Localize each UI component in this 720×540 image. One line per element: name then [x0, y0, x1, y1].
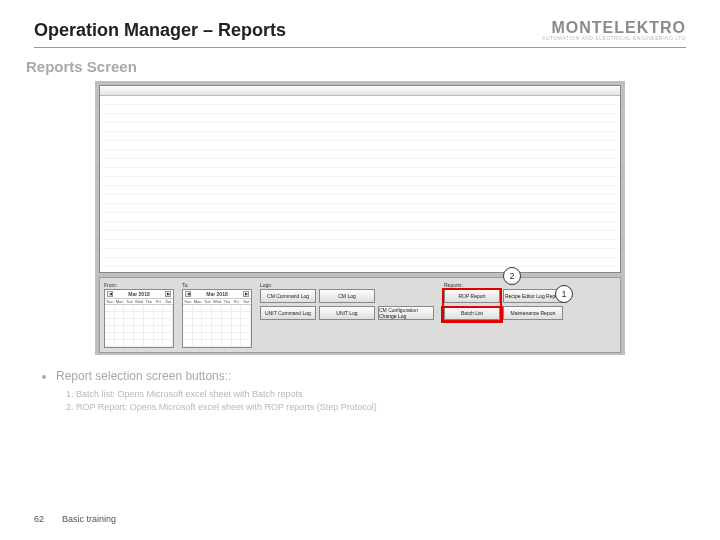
note-item: Batch list: Opens Microsoft excel sheet … — [76, 389, 680, 399]
cal-day-head: Sat — [163, 299, 173, 304]
cal-day-head: Tue — [124, 299, 134, 304]
batch-list-button[interactable]: Batch List — [444, 306, 500, 320]
rop-report-button[interactable]: ROP Report — [444, 289, 500, 303]
to-cal-grid[interactable] — [183, 305, 251, 347]
cal-day-head: Mon — [115, 299, 125, 304]
cal-day-head: Sat — [241, 299, 251, 304]
cal-day-head: Thu — [144, 299, 154, 304]
from-calendar[interactable]: ◀ Mar 2018 ▶ Sun Mon Tue Wed Thu Fri Sat — [104, 289, 174, 348]
cal-day-head: Sun — [183, 299, 193, 304]
notes-section: Report selection screen buttons:: Batch … — [0, 355, 720, 412]
cm-log-button[interactable]: CM Log — [319, 289, 375, 303]
to-cal-title: Mar 2018 — [206, 291, 227, 297]
maintenance-report-button[interactable]: Maintenance Report — [503, 306, 563, 320]
cal-day-head: Thu — [222, 299, 232, 304]
callout-1: 1 — [555, 285, 573, 303]
page-title: Operation Manager – Reports — [34, 20, 286, 41]
unit-command-log-button[interactable]: UNIT Command Log — [260, 306, 316, 320]
logs-label: Logs: — [260, 282, 440, 288]
report-list-area — [99, 85, 621, 273]
slide-footer: 62 Basic training — [34, 514, 116, 524]
company-logo: MONTELEKTRO AUTOMATION AND ELECTRICAL EN… — [542, 20, 686, 41]
cal-day-head: Fri — [232, 299, 242, 304]
section-subtitle: Reports Screen — [0, 48, 720, 81]
cal-day-head: Fri — [154, 299, 164, 304]
cal-day-head: Sun — [105, 299, 115, 304]
cal-prev-icon[interactable]: ◀ — [185, 291, 191, 297]
reports-label: Reports: — [444, 282, 616, 288]
list-body — [100, 96, 620, 272]
logo-main-text: MONTELEKTRO — [542, 20, 686, 36]
page-number: 62 — [34, 514, 44, 524]
note-item: ROP Report: Opens Microsoft excel sheet … — [76, 402, 680, 412]
logo-sub-text: AUTOMATION AND ELECTRICAL ENGINEERING LT… — [542, 36, 686, 41]
control-panel: From: ◀ Mar 2018 ▶ Sun Mon Tue Wed Thu — [99, 277, 621, 353]
from-cal-grid[interactable] — [105, 305, 173, 347]
list-header-bar — [100, 86, 620, 96]
cm-command-log-button[interactable]: CM Command Log — [260, 289, 316, 303]
cal-day-head: Tue — [202, 299, 212, 304]
cm-config-change-log-button[interactable]: CM Configuration Change Log — [378, 306, 434, 320]
from-cal-title: Mar 2018 — [128, 291, 149, 297]
cal-day-head: Wed — [134, 299, 144, 304]
notes-heading: Report selection screen buttons:: — [56, 369, 680, 383]
unit-log-button[interactable]: UNIT Log — [319, 306, 375, 320]
cal-day-head: Mon — [193, 299, 203, 304]
cal-day-head: Wed — [212, 299, 222, 304]
callout-2: 2 — [503, 267, 521, 285]
to-calendar[interactable]: ◀ Mar 2018 ▶ Sun Mon Tue Wed Thu Fri Sat — [182, 289, 252, 348]
from-label: From: — [104, 282, 178, 288]
cal-prev-icon[interactable]: ◀ — [107, 291, 113, 297]
footer-text: Basic training — [62, 514, 116, 524]
cal-next-icon[interactable]: ▶ — [243, 291, 249, 297]
to-label: To: — [182, 282, 256, 288]
embedded-screenshot: From: ◀ Mar 2018 ▶ Sun Mon Tue Wed Thu — [95, 81, 625, 355]
recipe-editor-log-report-button[interactable]: Recipe Editor Log Report — [503, 289, 563, 303]
cal-next-icon[interactable]: ▶ — [165, 291, 171, 297]
